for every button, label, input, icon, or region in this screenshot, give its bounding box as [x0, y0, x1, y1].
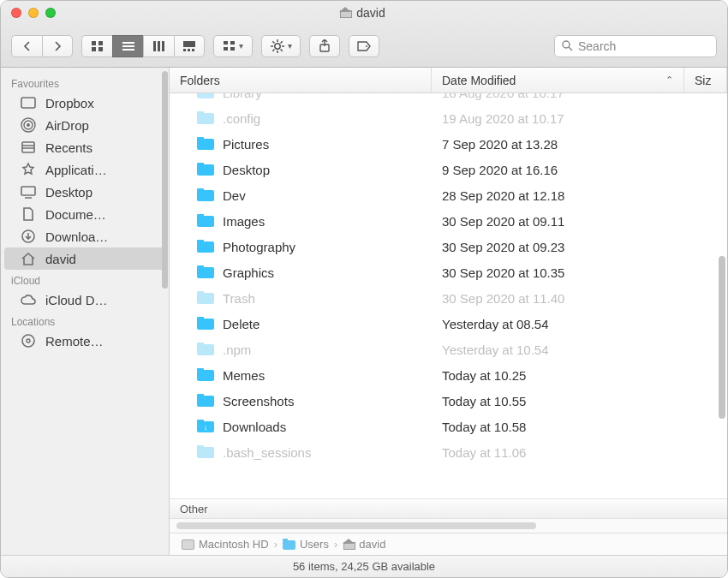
airdrop-icon: [20, 117, 37, 133]
tags-button[interactable]: [349, 35, 379, 57]
sidebar-item-remote[interactable]: Remote…: [4, 330, 165, 352]
downloads-icon: [20, 229, 37, 244]
close-window[interactable]: [11, 8, 21, 18]
svg-rect-6: [122, 49, 134, 51]
svg-line-25: [280, 41, 282, 43]
file-row[interactable]: Dev28 Sep 2020 at 12.18: [170, 182, 727, 208]
sidebar-item-label: Desktop: [45, 185, 92, 200]
svg-point-42: [27, 339, 30, 343]
forward-button[interactable]: [42, 35, 73, 57]
column-size[interactable]: Siz: [684, 68, 727, 92]
file-date: Yesterday at 10.54: [442, 343, 549, 357]
sidebar-item-label: Docume…: [45, 207, 106, 222]
sidebar-item-documents[interactable]: Docume…: [4, 203, 165, 225]
traffic-lights: [11, 8, 56, 18]
sidebar-item-applications[interactable]: Applicati…: [4, 158, 165, 181]
svg-rect-31: [21, 98, 35, 108]
svg-rect-3: [98, 47, 103, 51]
arrange-button[interactable]: ▾: [213, 35, 253, 57]
view-columns-button[interactable]: [143, 35, 174, 57]
svg-rect-7: [153, 41, 156, 51]
sidebar-item-label: Applicati…: [45, 163, 107, 177]
folder-icon: [283, 540, 295, 550]
file-row[interactable]: Trash30 Sep 2020 at 11.40: [170, 285, 727, 311]
horizontal-scrollbar-track[interactable]: [170, 519, 727, 533]
file-row[interactable]: MemesToday at 10.25: [170, 362, 727, 388]
svg-line-24: [280, 49, 282, 51]
path-segment[interactable]: Macintosh HD: [182, 538, 269, 551]
folder-icon: [197, 291, 214, 305]
file-row[interactable]: .npmYesterday at 10.54: [170, 337, 727, 362]
zoom-window[interactable]: [45, 8, 56, 18]
svg-point-18: [274, 43, 279, 48]
horizontal-scrollbar-thumb[interactable]: [176, 522, 536, 529]
back-button[interactable]: [11, 35, 42, 57]
svg-rect-0: [92, 41, 96, 45]
file-row[interactable]: Desktop9 Sep 2020 at 16.16: [170, 157, 727, 182]
sidebar-scrollbar[interactable]: [162, 71, 168, 289]
chevron-down-icon: ▾: [288, 41, 292, 51]
file-name: Downloads: [223, 420, 286, 434]
chevron-down-icon: ▾: [239, 41, 243, 51]
file-row[interactable]: ↓DownloadsToday at 10.58: [170, 414, 727, 439]
file-row[interactable]: Graphics30 Sep 2020 at 10.35: [170, 259, 727, 285]
sort-asc-icon: ⌃: [665, 74, 673, 86]
file-row[interactable]: ScreenshotsToday at 10.55: [170, 388, 727, 414]
sidebar-item-icloud-drive[interactable]: iCloud D…: [4, 289, 165, 311]
view-icons-button[interactable]: [81, 35, 112, 57]
folder-icon: [197, 317, 214, 331]
download-arrow-icon: ↓: [204, 423, 208, 432]
file-row[interactable]: DeleteYesterday at 08.54: [170, 311, 727, 337]
folder-icon: [197, 343, 214, 356]
view-list-button[interactable]: [112, 35, 143, 57]
file-name: Memes: [223, 368, 265, 383]
sidebar-item-label: david: [45, 252, 76, 266]
folder-icon: [197, 188, 214, 202]
svg-rect-5: [122, 45, 134, 47]
file-date: 30 Sep 2020 at 10.35: [442, 265, 564, 280]
file-row[interactable]: .config19 Aug 2020 at 10.17: [170, 105, 727, 131]
file-row[interactable]: Library18 Aug 2020 at 10.17: [170, 93, 727, 105]
sidebar-item-label: Remote…: [45, 334, 104, 349]
file-date: 19 Aug 2020 at 10.17: [442, 111, 564, 126]
action-button[interactable]: ▾: [261, 35, 301, 57]
sidebar-item-downloads[interactable]: Downloa…: [4, 225, 165, 247]
desktop-icon: [20, 184, 37, 200]
sidebar-section-label: iCloud: [1, 270, 169, 289]
window-title-text: david: [356, 6, 385, 20]
sidebar-item-airdrop[interactable]: AirDrop: [4, 114, 165, 136]
file-name: Dev: [223, 188, 246, 203]
sidebar-item-desktop[interactable]: Desktop: [4, 181, 165, 203]
folder-icon: [197, 137, 214, 151]
path-segment[interactable]: Users: [283, 538, 329, 551]
file-date: Today at 11.06: [442, 445, 526, 460]
sidebar-item-label: Recents: [45, 140, 92, 155]
share-button[interactable]: [309, 35, 340, 57]
sidebar-item-dropbox[interactable]: Dropbox: [4, 92, 165, 114]
documents-icon: [20, 206, 37, 222]
group-header-other[interactable]: Other: [170, 498, 727, 519]
path-segment[interactable]: david: [343, 538, 385, 551]
sidebar-item-label: iCloud D…: [45, 293, 108, 307]
minimize-window[interactable]: [28, 8, 39, 18]
svg-rect-12: [188, 49, 190, 51]
file-row[interactable]: .bash_sessionsToday at 11.06: [170, 439, 727, 465]
file-row[interactable]: Images30 Sep 2020 at 09.11: [170, 208, 727, 234]
content-scrollbar[interactable]: [719, 256, 725, 419]
file-row[interactable]: Pictures7 Sep 2020 at 13.28: [170, 131, 727, 157]
column-folders[interactable]: Folders: [170, 68, 432, 92]
sidebar-item-david[interactable]: david: [4, 247, 165, 270]
file-name: Trash: [223, 291, 255, 306]
sidebar: FavouritesDropboxAirDropRecentsApplicati…: [1, 68, 170, 555]
search-field[interactable]: Search: [554, 35, 717, 57]
column-date-modified[interactable]: Date Modified⌃: [432, 68, 684, 92]
nav-buttons: [11, 35, 73, 57]
svg-point-41: [22, 335, 34, 347]
file-list: Library18 Aug 2020 at 10.17.config19 Aug…: [170, 93, 727, 498]
file-name: Pictures: [223, 137, 269, 152]
view-gallery-button[interactable]: [174, 35, 205, 57]
file-row[interactable]: Photography30 Sep 2020 at 09.23: [170, 234, 727, 259]
file-name: Photography: [223, 240, 295, 254]
window-title: david: [56, 6, 669, 20]
sidebar-item-recents[interactable]: Recents: [4, 136, 165, 158]
